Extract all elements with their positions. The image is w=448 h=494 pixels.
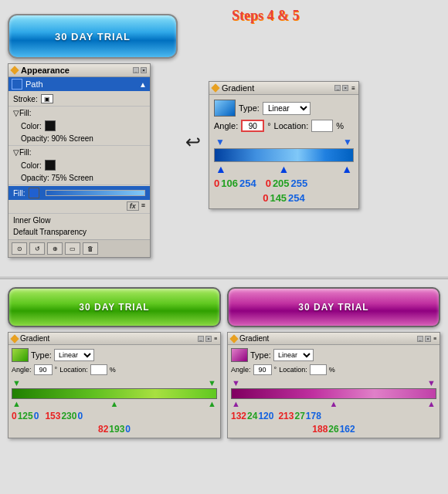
- color-row-2: Color:: [8, 158, 150, 172]
- minimize-button[interactable]: _: [133, 67, 139, 73]
- sgp-loc-input-purple[interactable]: [310, 364, 327, 375]
- fx-button[interactable]: fx: [127, 201, 139, 211]
- stop-top-right[interactable]: ▼: [343, 137, 352, 147]
- sgp-loc-label-green: Location:: [59, 366, 88, 374]
- sgp-stop-top-left-green[interactable]: ▼: [12, 378, 21, 387]
- sgp-swatch-purple: [231, 348, 248, 362]
- sgp-r2p: 213: [278, 411, 294, 421]
- sgp-angle-label-green: Angle:: [12, 366, 32, 374]
- fill-selected-row[interactable]: Fill:: [8, 186, 150, 200]
- sgp-stop-bot-mid-purple[interactable]: ▲: [330, 399, 338, 408]
- color-values-bottom: 0 145 254: [214, 192, 354, 204]
- sgp-angle-row-green: Angle: ° Location: %: [12, 364, 217, 375]
- sgp-close-purple[interactable]: ×: [425, 336, 431, 342]
- curved-arrow-container: ↪: [185, 131, 201, 153]
- stop-bottom-left[interactable]: ▲: [216, 164, 226, 174]
- panel-controls: _ ×: [133, 67, 147, 73]
- sgp-stop-bot-mid-green[interactable]: ▲: [110, 399, 119, 408]
- gradient-minimize[interactable]: _: [334, 85, 341, 91]
- panel-btn-1[interactable]: ⊙: [12, 242, 27, 255]
- gradient-panel-green: Gradient _ × ≡ Type: Linear Angle:: [8, 332, 221, 438]
- fill-header-2: ▽Fill:: [8, 147, 150, 158]
- appearance-panel: Appearance _ × Path ▲ Stroke: ▣: [8, 63, 151, 258]
- fill-swatch-selected[interactable]: [29, 188, 39, 198]
- type-select[interactable]: Linear: [263, 102, 311, 115]
- gradient-panel-top: Gradient _ × ≡ Type: Linear: [209, 81, 359, 209]
- sgp-r1p: 132: [231, 411, 246, 421]
- sgp-stop-bot-left-green[interactable]: ▲: [12, 399, 21, 408]
- cv-r1: 0: [214, 178, 219, 189]
- gradient-panel-purple: Gradient _ × ≡ Type: Linear Angle:: [227, 332, 440, 438]
- sgp-b3p: 162: [340, 424, 355, 435]
- sgp-stop-bot-right-purple[interactable]: ▲: [427, 399, 436, 408]
- angle-input[interactable]: [241, 120, 264, 132]
- sgp-menu-purple[interactable]: ≡: [433, 336, 436, 342]
- fill-bar: [46, 190, 145, 196]
- stop-bottom-mid[interactable]: ▲: [279, 164, 290, 174]
- inner-glow-row: Inner Glow: [8, 215, 150, 226]
- sgp-type-row-purple: Type: Linear: [231, 348, 436, 362]
- stroke-row: Stroke: ▣: [8, 93, 150, 105]
- sgp-stop-bot-right-green[interactable]: ▲: [208, 399, 216, 408]
- sgp-stop-top-right-green[interactable]: ▼: [208, 378, 216, 387]
- panel-btn-5[interactable]: 🗑: [83, 242, 98, 255]
- arrow-icon: ↪: [185, 131, 201, 153]
- sgp-angle-input-purple[interactable]: [253, 364, 272, 375]
- stroke-label: Stroke:: [13, 95, 38, 103]
- sgp-menu-green[interactable]: ≡: [214, 336, 217, 342]
- sgp-min-green[interactable]: _: [198, 336, 204, 342]
- path-row[interactable]: Path ▲: [8, 77, 150, 91]
- sgp-type-select-purple[interactable]: Linear: [273, 349, 314, 361]
- color-swatch-2[interactable]: [45, 160, 56, 171]
- trial-button-green[interactable]: 30 DAY TRIAL: [8, 287, 221, 327]
- color-swatch-1[interactable]: [45, 120, 56, 131]
- cv-b2: 255: [291, 178, 308, 189]
- sgp-degree-purple: °: [274, 366, 277, 374]
- close-button[interactable]: ×: [141, 67, 147, 73]
- sgp-type-select-green[interactable]: Linear: [54, 349, 94, 361]
- sgp-type-label-purple: Type:: [250, 350, 271, 360]
- sgp-b1p: 120: [258, 411, 273, 421]
- cv-g1: 106: [221, 178, 238, 189]
- panel-btn-4[interactable]: ▭: [65, 242, 80, 255]
- sgp-loc-label-purple: Location:: [279, 366, 307, 374]
- sgp-r1g: 0: [12, 411, 17, 421]
- trial-button-blue[interactable]: 30 DAY TRIAL: [8, 14, 178, 59]
- sgp-stop-top-left-purple[interactable]: ▼: [232, 378, 240, 387]
- sgp-r3p: 188: [312, 424, 328, 435]
- stop-top-left[interactable]: ▼: [216, 137, 225, 147]
- sgp-g1p: 24: [247, 411, 257, 421]
- menu-dots-btn[interactable]: ≡: [141, 201, 145, 211]
- sgp-min-purple[interactable]: _: [417, 336, 423, 342]
- color-values-top: 0 106 254 0 205 255: [214, 178, 354, 189]
- sgp-title-green: Gradient: [20, 334, 49, 343]
- gradient-type-row: Type: Linear: [214, 100, 354, 117]
- sgp-g3p: 26: [328, 424, 338, 435]
- gradient-panel-controls: _ × ≡: [334, 85, 355, 92]
- sgp-g3g: 193: [109, 424, 124, 435]
- panel-btn-3[interactable]: ⊕: [47, 242, 63, 255]
- sgp-stop-bot-left-purple[interactable]: ▲: [232, 399, 240, 408]
- steps-container: Steps 4 & 5: [216, 8, 300, 24]
- sgp-close-green[interactable]: ×: [205, 336, 212, 342]
- sgp-loc-input-green[interactable]: [90, 364, 107, 375]
- gradient-bar-purple: [231, 388, 436, 399]
- sgp-stop-top-right-purple[interactable]: ▼: [427, 378, 436, 387]
- stop-bottom-right[interactable]: ▲: [341, 164, 352, 174]
- location-input[interactable]: [311, 120, 333, 132]
- bottom-section: 30 DAY TRIAL Gradient _ × ≡ Type:: [0, 279, 448, 494]
- type-label: Type:: [239, 103, 260, 113]
- path-icon: [12, 79, 22, 90]
- panel-btn-2[interactable]: ↺: [29, 242, 45, 255]
- stroke-swatch[interactable]: ▣: [41, 94, 53, 103]
- cv-r2: 0: [266, 178, 271, 189]
- gradient-menu[interactable]: ≡: [351, 85, 355, 92]
- sgp-angle-input-green[interactable]: [34, 364, 53, 375]
- gradient-close[interactable]: ×: [342, 85, 348, 91]
- fill-header-1: ▽Fill:: [8, 107, 150, 119]
- trial-button-purple[interactable]: 30 DAY TRIAL: [227, 287, 440, 327]
- sgp-b3g: 0: [125, 424, 131, 435]
- color-label-1: Color:: [21, 122, 42, 130]
- opacity-row-2: Opacity: 75% Screen: [8, 172, 150, 184]
- sgp-angle-row-purple: Angle: ° Location: %: [231, 364, 436, 375]
